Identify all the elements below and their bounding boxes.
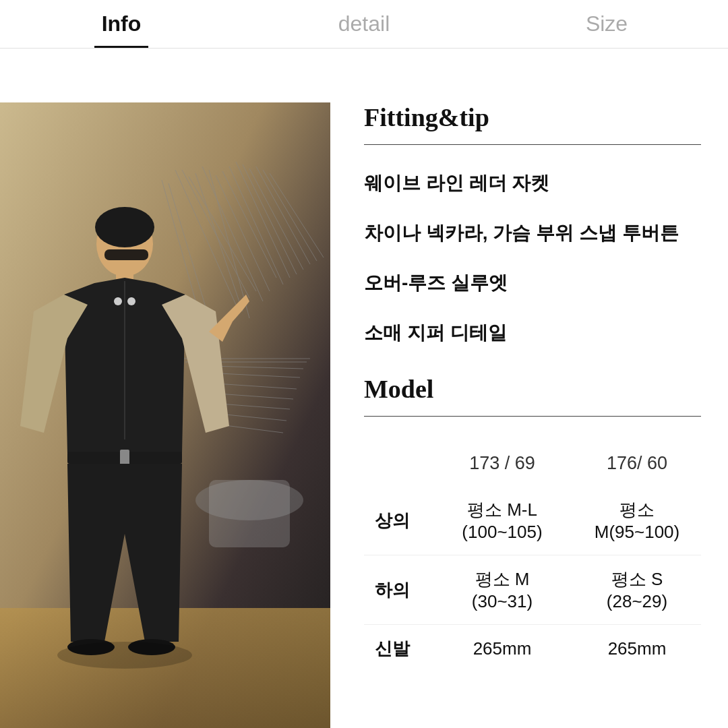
col-model1-header: 173 / 69: [431, 441, 573, 486]
model-divider: [364, 416, 701, 417]
model-table: 173 / 69 176/ 60 상의 평소 M-L (100~105) 평소 …: [364, 441, 701, 673]
feature-1: 웨이브 라인 레더 자켓: [364, 169, 701, 198]
product-image: [0, 102, 330, 728]
row-top-col1: 평소 M-L (100~105): [431, 486, 573, 555]
svg-rect-32: [104, 249, 148, 260]
tab-size-label: Size: [586, 11, 628, 36]
row-bottom-label: 하의: [364, 555, 431, 625]
model-title: Model: [364, 374, 701, 404]
model-section: Model 173 / 69 176/ 60 상의 평소 M-L (100~10…: [364, 374, 701, 673]
tab-detail-label: detail: [338, 11, 390, 36]
svg-point-31: [95, 207, 154, 247]
feature-3: 오버-루즈 실루엣: [364, 269, 701, 297]
model-table-header: 173 / 69 176/ 60: [364, 441, 701, 486]
row-bottom-col2: 평소 S (28~29): [573, 555, 701, 625]
row-top-label: 상의: [364, 486, 431, 555]
table-row: 하의 평소 M (30~31) 평소 S (28~29): [364, 555, 701, 625]
fitting-section: Fitting&tip 웨이브 라인 레더 자켓 차이나 넥카라, 가슴 부위 …: [364, 102, 701, 347]
svg-point-42: [57, 642, 192, 669]
svg-rect-39: [120, 450, 129, 466]
feature-4: 소매 지퍼 디테일: [364, 319, 701, 347]
tab-bar: Info detail Size: [0, 0, 728, 49]
fitting-title: Fitting&tip: [364, 102, 701, 132]
row-bottom-col1: 평소 M (30~31): [431, 555, 573, 625]
row-shoes-col1: 265mm: [431, 625, 573, 673]
product-image-container: [0, 102, 330, 728]
row-top-col2: 평소 M(95~100): [573, 486, 701, 555]
svg-point-37: [127, 297, 135, 305]
row-shoes-label: 신발: [364, 625, 431, 673]
row-shoes-col2: 265mm: [573, 625, 701, 673]
tab-info-label: Info: [102, 11, 142, 36]
tab-detail[interactable]: detail: [243, 0, 485, 48]
table-row: 상의 평소 M-L (100~105) 평소 M(95~100): [364, 486, 701, 555]
info-panel: Fitting&tip 웨이브 라인 레더 자켓 차이나 넥카라, 가슴 부위 …: [330, 102, 728, 728]
fitting-divider: [364, 144, 701, 145]
main-content: Fitting&tip 웨이브 라인 레더 자켓 차이나 넥카라, 가슴 부위 …: [0, 49, 728, 728]
col-model2-header: 176/ 60: [573, 441, 701, 486]
tab-info[interactable]: Info: [0, 0, 243, 48]
svg-rect-29: [209, 480, 290, 547]
svg-point-36: [114, 297, 122, 305]
col-label-header: [364, 441, 431, 486]
tab-size[interactable]: Size: [485, 0, 728, 48]
table-row: 신발 265mm 265mm: [364, 625, 701, 673]
feature-2: 차이나 넥카라, 가슴 부위 스냅 투버튼: [364, 219, 701, 247]
